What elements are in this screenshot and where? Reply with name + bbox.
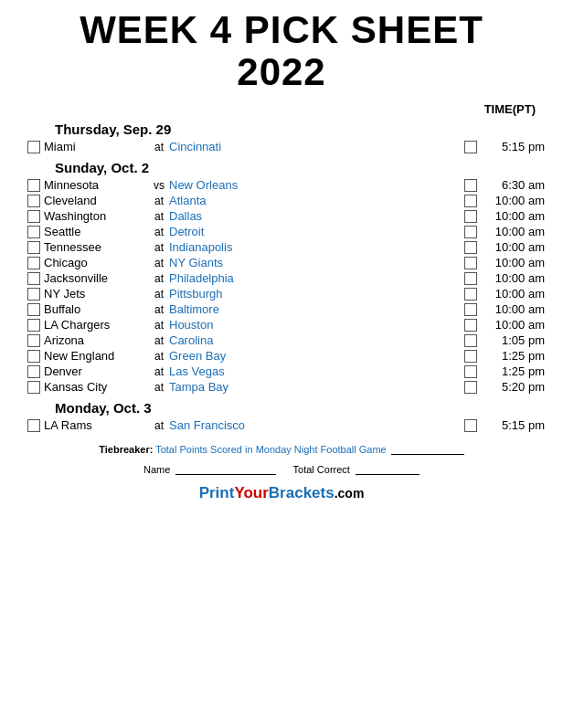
game-time-1-11: 1:25 pm: [481, 349, 545, 363]
team-home-1-12: Denver: [44, 364, 149, 378]
connector-1-6: at: [149, 272, 169, 285]
section-header-0: Thursday, Sep. 29: [55, 121, 545, 137]
checkbox-right-1-1[interactable]: [464, 195, 477, 207]
connector-1-10: at: [149, 334, 169, 347]
table-row: New England at Green Bay 1:25 pm: [27, 348, 545, 364]
checkbox-right-1-3[interactable]: [464, 226, 477, 238]
table-row: Miami at Cincinnati 5:15 pm: [27, 139, 545, 154]
team-away-1-13: Tampa Bay: [169, 380, 274, 394]
table-row: Kansas City at Tampa Bay 5:20 pm: [27, 379, 545, 395]
game-time-1-1: 10:00 am: [481, 194, 545, 207]
table-row: Washington at Dallas 10:00 am: [27, 208, 545, 224]
connector-1-9: at: [149, 319, 169, 332]
team-home-1-10: Arizona: [44, 333, 149, 347]
checkbox-right-1-13[interactable]: [464, 381, 477, 394]
game-time-1-10: 1:05 pm: [481, 333, 545, 347]
checkbox-right-1-9[interactable]: [464, 319, 477, 332]
team-away-1-7: Pittsburgh: [169, 287, 274, 301]
game-time-1-0: 6:30 am: [481, 178, 545, 192]
table-row: LA Rams at San Francisco 5:15 pm: [27, 417, 545, 433]
checkbox-left-1-10[interactable]: [27, 334, 40, 347]
checkbox-right-1-10[interactable]: [464, 334, 477, 347]
team-away-1-9: Houston: [169, 318, 274, 332]
team-away-1-10: Carolina: [169, 333, 274, 347]
page-title: WEEK 4 PICK SHEET 2022: [18, 9, 545, 93]
team-home-1-4: Tennessee: [44, 240, 149, 254]
checkbox-left-1-4[interactable]: [27, 241, 40, 254]
game-time-1-12: 1:25 pm: [481, 364, 545, 378]
connector-1-1: at: [149, 195, 169, 207]
checkbox-left-1-5[interactable]: [27, 257, 40, 269]
time-column-header: TIME(PT): [472, 102, 536, 116]
table-row: Denver at Las Vegas 1:25 pm: [27, 364, 545, 379]
checkbox-right-2-0[interactable]: [464, 419, 477, 432]
team-home-1-3: Seattle: [44, 225, 149, 238]
connector-1-8: at: [149, 303, 169, 316]
section-header-1: Sunday, Oct. 2: [55, 160, 545, 175]
checkbox-right-1-6[interactable]: [464, 272, 477, 285]
game-time-1-5: 10:00 am: [481, 256, 545, 269]
all-sections: Thursday, Sep. 29 Miami at Cincinnati 5:…: [27, 121, 545, 433]
checkbox-left-1-13[interactable]: [27, 381, 40, 394]
game-time-1-9: 10:00 am: [481, 318, 545, 332]
checkbox-left-1-3[interactable]: [27, 226, 40, 238]
name-section: Name Total Correct: [18, 464, 545, 475]
game-time-0-0: 5:15 pm: [481, 140, 545, 153]
checkbox-right-1-4[interactable]: [464, 241, 477, 254]
connector-2-0: at: [149, 419, 169, 432]
checkbox-right-1-7[interactable]: [464, 288, 477, 301]
team-home-1-11: New England: [44, 349, 149, 363]
team-home-1-0: Minnesota: [44, 178, 149, 192]
checkbox-left-1-2[interactable]: [27, 210, 40, 223]
team-home-1-6: Jacksonville: [44, 271, 149, 285]
team-home-1-2: Washington: [44, 209, 149, 223]
table-row: Seattle at Detroit 10:00 am: [27, 224, 545, 239]
checkbox-left-1-1[interactable]: [27, 195, 40, 207]
game-time-1-8: 10:00 am: [481, 302, 545, 316]
brand: PrintYourBrackets.com: [18, 484, 545, 502]
checkbox-right-1-0[interactable]: [464, 179, 477, 192]
game-time-1-7: 10:00 am: [481, 287, 545, 301]
team-away-1-1: Atlanta: [169, 194, 274, 207]
checkbox-left-1-11[interactable]: [27, 350, 40, 363]
checkbox-left-1-8[interactable]: [27, 303, 40, 316]
team-home-2-0: LA Rams: [44, 418, 149, 432]
checkbox-left-1-0[interactable]: [27, 179, 40, 192]
team-away-1-4: Indianapolis: [169, 240, 274, 254]
game-time-2-0: 5:15 pm: [481, 418, 545, 432]
team-away-1-6: Philadelphia: [169, 271, 274, 285]
checkbox-right-1-2[interactable]: [464, 210, 477, 223]
checkbox-right-1-12[interactable]: [464, 365, 477, 378]
team-away-1-11: Green Bay: [169, 349, 274, 363]
checkbox-right-0-0[interactable]: [464, 141, 477, 153]
checkbox-right-1-11[interactable]: [464, 350, 477, 363]
table-row: Chicago at NY Giants 10:00 am: [27, 255, 545, 270]
connector-1-5: at: [149, 257, 169, 269]
checkbox-right-1-8[interactable]: [464, 303, 477, 316]
team-home-1-1: Cleveland: [44, 194, 149, 207]
connector-1-7: at: [149, 288, 169, 301]
table-row: Minnesota vs New Orleans 6:30 am: [27, 177, 545, 193]
table-row: LA Chargers at Houston 10:00 am: [27, 317, 545, 332]
connector-0-0: at: [149, 141, 169, 153]
game-time-1-2: 10:00 am: [481, 209, 545, 223]
game-time-1-4: 10:00 am: [481, 240, 545, 254]
team-home-1-8: Buffalo: [44, 302, 149, 316]
checkbox-left-0-0[interactable]: [27, 141, 40, 153]
connector-1-13: at: [149, 381, 169, 394]
table-row: NY Jets at Pittsburgh 10:00 am: [27, 286, 545, 301]
checkbox-left-1-9[interactable]: [27, 319, 40, 332]
checkbox-left-1-7[interactable]: [27, 288, 40, 301]
checkbox-left-1-6[interactable]: [27, 272, 40, 285]
game-time-1-13: 5:20 pm: [481, 380, 545, 394]
table-row: Arizona at Carolina 1:05 pm: [27, 332, 545, 348]
team-away-1-12: Las Vegas: [169, 364, 274, 378]
checkbox-right-1-5[interactable]: [464, 257, 477, 269]
team-home-1-9: LA Chargers: [44, 318, 149, 332]
table-row: Buffalo at Baltimore 10:00 am: [27, 301, 545, 317]
checkbox-left-1-12[interactable]: [27, 365, 40, 378]
team-away-1-5: NY Giants: [169, 256, 274, 269]
team-home-1-13: Kansas City: [44, 380, 149, 394]
checkbox-left-2-0[interactable]: [27, 419, 40, 432]
team-home-0-0: Miami: [44, 140, 149, 153]
